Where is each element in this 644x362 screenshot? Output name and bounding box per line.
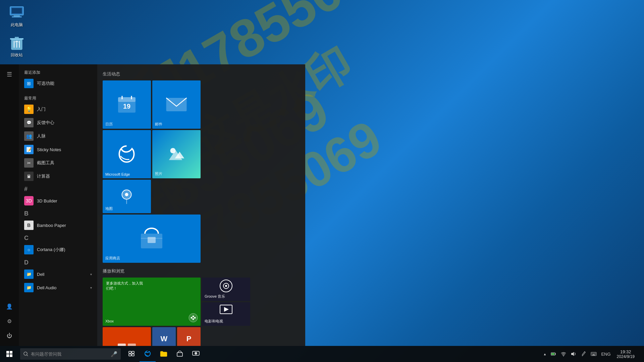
- svg-rect-66: [593, 354, 595, 355]
- app-item-optional-features[interactable]: ⊞ 可选功能: [19, 77, 97, 90]
- app-item-snip-tool[interactable]: ✂ 截图工具: [19, 156, 97, 170]
- app-item-dell[interactable]: 📁 Dell ▾: [19, 267, 97, 281]
- tile-xbox[interactable]: 更多游戏方式，加入我们吧！ Xbox: [103, 278, 201, 326]
- taskbar-edge-button[interactable]: [140, 346, 156, 362]
- taskbar-explorer-button[interactable]: [156, 346, 172, 362]
- app-item-calculator[interactable]: 🖩 计算器: [19, 170, 97, 183]
- app-item-people[interactable]: 👥 人脉: [19, 129, 97, 143]
- svg-rect-48: [132, 354, 134, 356]
- taskbar-search[interactable]: 🎤: [20, 348, 121, 360]
- svg-rect-39: [6, 351, 9, 354]
- tile-photos[interactable]: 照片: [152, 130, 201, 178]
- store-tile-label: 应用商店: [105, 256, 198, 261]
- svg-rect-4: [12, 8, 22, 13]
- tile-movies[interactable]: 电影和电视: [202, 302, 250, 326]
- user-account-button[interactable]: 👤: [0, 299, 19, 314]
- tile-ppt[interactable]: P: [177, 327, 201, 346]
- keyboard-icon[interactable]: [589, 346, 598, 362]
- hamburger-button[interactable]: ☰: [0, 67, 19, 82]
- this-pc-label: 此电脑: [11, 22, 23, 28]
- app-item-cortana[interactable]: ○ Cortana (小娜): [19, 243, 97, 256]
- computer-icon: [9, 5, 25, 21]
- tile-word[interactable]: W: [152, 327, 176, 346]
- app-item-3dbuilder[interactable]: 3D 3D Builder: [19, 194, 97, 207]
- volume-icon[interactable]: [569, 346, 578, 362]
- taskbar-teamviewer-button[interactable]: [188, 346, 204, 362]
- tile-maps[interactable]: 地图: [103, 180, 151, 213]
- tile-store[interactable]: 应用商店: [103, 215, 201, 263]
- tile-mail[interactable]: 邮件: [152, 80, 201, 129]
- xbox-label: Xbox: [105, 319, 114, 323]
- app-item-dell-audio[interactable]: 📁 Dell Audio ▾: [19, 281, 97, 294]
- start-icon-strip: ☰ 👤 ⚙ ⏻: [0, 64, 19, 346]
- svg-rect-63: [594, 353, 595, 354]
- svg-point-19: [125, 193, 128, 196]
- app-item-get-started[interactable]: 💡 入门: [19, 103, 97, 116]
- edge-tile-label: Microsoft Edge: [105, 172, 148, 176]
- search-input[interactable]: [31, 352, 108, 357]
- tile-calendar[interactable]: 19 日历: [103, 80, 151, 129]
- svg-rect-55: [555, 353, 556, 355]
- play-section-title: 播放和浏览: [103, 268, 300, 274]
- power-button[interactable]: ⏻: [0, 328, 19, 343]
- tray-chevron[interactable]: ▲: [541, 346, 548, 362]
- svg-rect-64: [595, 353, 596, 354]
- clock-date: 2024/9/19: [617, 354, 635, 359]
- start-left-panel: ☰ 👤 ⚙ ⏻ 最近添加: [0, 64, 97, 346]
- svg-point-57: [563, 356, 564, 356]
- alpha-section-b: B: [19, 207, 97, 219]
- clock-time: 19:32: [620, 349, 631, 354]
- taskbar-store-button[interactable]: [172, 346, 188, 362]
- svg-point-43: [24, 352, 27, 355]
- groove-label: Groove 音乐: [205, 294, 248, 299]
- svg-rect-34: [128, 344, 136, 346]
- svg-rect-45: [129, 351, 131, 353]
- wifi-icon[interactable]: [559, 346, 568, 362]
- movies-label: 电影和电视: [205, 319, 248, 324]
- svg-point-23: [189, 313, 198, 322]
- app-list[interactable]: 最近添加 ⊞ 可选功能 最常用 💡 入门 💬: [19, 64, 97, 346]
- svg-line-44: [27, 355, 28, 356]
- svg-rect-62: [593, 353, 594, 354]
- svg-rect-40: [10, 351, 12, 354]
- svg-rect-67: [595, 354, 596, 355]
- settings-button[interactable]: ⚙: [0, 314, 19, 328]
- alpha-section-d: D: [19, 256, 97, 267]
- svg-point-27: [193, 318, 194, 320]
- pen-icon[interactable]: [579, 346, 588, 362]
- tile-groove[interactable]: Groove 音乐: [202, 278, 250, 301]
- start-menu: ☰ 👤 ⚙ ⏻ 最近添加: [0, 64, 305, 346]
- language-indicator[interactable]: ENG: [599, 346, 612, 362]
- live-tiles-row3: 地图: [103, 180, 300, 213]
- svg-text:19: 19: [123, 103, 130, 110]
- desktop: 此电脑 回收站 这是水印17855069 17855069 这是水印 17855…: [0, 0, 644, 362]
- svg-marker-32: [224, 307, 229, 312]
- most-used-title: 最常用: [19, 93, 97, 103]
- live-section-title: 生活动态: [103, 71, 300, 77]
- taskbar-clock[interactable]: 19:32 2024/9/19: [613, 346, 638, 362]
- app-item-sticky-notes[interactable]: 📝 Sticky Notes: [19, 143, 97, 156]
- notification-corner[interactable]: [639, 346, 641, 362]
- alpha-section-c: C: [19, 232, 97, 243]
- start-button[interactable]: [0, 346, 19, 362]
- play-tiles-top: 更多游戏方式，加入我们吧！ Xbox: [103, 278, 300, 326]
- maps-tile-label: 地图: [105, 206, 148, 211]
- battery-icon[interactable]: [549, 346, 558, 362]
- app-item-feedback[interactable]: 💬 反馈中心: [19, 116, 97, 129]
- svg-rect-33: [118, 344, 126, 346]
- tile-office[interactable]: O 获取 Office: [103, 327, 151, 346]
- svg-point-17: [170, 148, 176, 154]
- desktop-icon-recycle-bin[interactable]: 回收站: [3, 34, 30, 59]
- svg-rect-12: [118, 97, 136, 102]
- tile-edge[interactable]: Microsoft Edge: [103, 130, 151, 178]
- app-item-bamboo-paper[interactable]: B Bamboo Paper: [19, 219, 97, 232]
- svg-rect-61: [592, 353, 592, 354]
- play-tiles-bottom: O 获取 Office W P: [103, 327, 300, 346]
- svg-point-25: [194, 317, 196, 319]
- recently-added-title: 最近添加: [19, 67, 97, 77]
- taskbar: 🎤: [0, 346, 644, 362]
- microphone-icon[interactable]: 🎤: [111, 351, 117, 357]
- desktop-icon-this-pc[interactable]: 此电脑: [3, 3, 30, 29]
- task-view-button[interactable]: [123, 346, 140, 362]
- alpha-section-hash: #: [19, 183, 97, 194]
